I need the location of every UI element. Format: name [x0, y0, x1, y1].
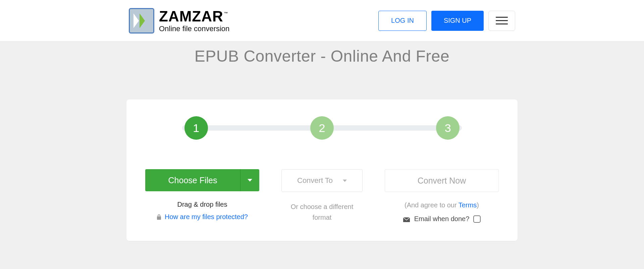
svg-marker-1 — [140, 13, 145, 28]
terms-link[interactable]: Terms — [459, 201, 477, 209]
drag-drop-hint: Drag & drop files — [177, 201, 227, 208]
convert-to-label: Convert To — [297, 176, 333, 185]
steps-progress: 1 2 3 — [182, 116, 462, 140]
brand-name: ZAMZAR — [159, 8, 223, 24]
step-1-badge: 1 — [184, 116, 208, 140]
mail-icon — [403, 216, 410, 222]
choose-files-dropdown-button[interactable] — [240, 169, 259, 191]
alt-format-hint: Or choose a different format — [282, 201, 362, 223]
converter-card: 1 2 3 Choose Files Drag & drop files H — [126, 99, 518, 241]
page-title: EPUB Converter - Online And Free — [0, 47, 644, 65]
step-2-badge: 2 — [310, 116, 334, 140]
agree-terms-line: (And agree to our Terms) — [405, 201, 479, 209]
choose-files-button[interactable]: Choose Files — [145, 169, 240, 191]
convert-now-button[interactable]: Convert Now — [385, 169, 499, 192]
chevron-down-icon — [248, 179, 252, 182]
lock-icon — [157, 214, 161, 220]
menu-toggle-button[interactable] — [488, 11, 515, 31]
email-when-done-label: Email when done? — [414, 215, 470, 223]
email-when-done-checkbox[interactable] — [473, 215, 481, 223]
logo[interactable]: ZAMZAR™ Online file conversion — [129, 8, 229, 33]
login-button[interactable]: LOG IN — [378, 11, 427, 31]
site-header: ZAMZAR™ Online file conversion LOG IN SI… — [0, 0, 644, 42]
brand-tagline: Online file conversion — [159, 25, 229, 32]
signup-button[interactable]: SIGN UP — [431, 11, 484, 31]
choose-files-split-button: Choose Files — [145, 169, 259, 191]
svg-marker-0 — [133, 13, 139, 28]
chevron-down-icon — [343, 180, 347, 182]
files-protected-link[interactable]: How are my files protected? — [165, 213, 248, 221]
step-3-badge: 3 — [436, 116, 460, 140]
convert-to-select[interactable]: Convert To — [281, 169, 363, 192]
trademark-symbol: ™ — [224, 11, 228, 16]
logo-mark-icon — [129, 8, 154, 33]
hamburger-icon — [496, 17, 508, 18]
